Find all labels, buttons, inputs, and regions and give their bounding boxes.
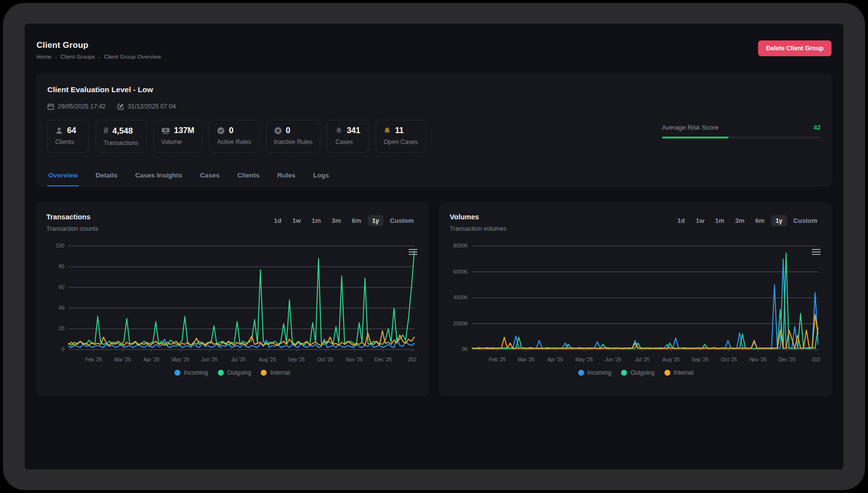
svg-text:0: 0 <box>62 347 65 352</box>
range-6m[interactable]: 6m <box>347 215 366 226</box>
breadcrumb-separator: - <box>99 54 101 60</box>
range-1d[interactable]: 1d <box>270 215 286 226</box>
legend-label-incoming: Incoming <box>588 369 612 376</box>
transactions-chart-card: Transactions Transaction counts 1d 1w 1m… <box>35 202 429 396</box>
updated-date: 31/12/2025 07:04 <box>117 103 175 110</box>
range-1d[interactable]: 1d <box>673 215 689 226</box>
chart-menu-icon[interactable] <box>409 247 417 256</box>
range-6m[interactable]: 6m <box>751 215 769 226</box>
breadcrumb-client-groups[interactable]: Client Groups <box>61 54 95 60</box>
stat-value: 0 <box>229 126 233 135</box>
svg-text:May '25: May '25 <box>575 357 593 362</box>
legend-label-outgoing: Outgoing <box>227 369 251 376</box>
range-custom[interactable]: Custom <box>789 215 822 226</box>
chart-legend: Incoming Outgoing Internal <box>46 369 418 376</box>
stat-value: 4,548 <box>112 126 133 136</box>
created-date: 29/05/2025 17:42 <box>47 103 105 110</box>
average-risk-score: Average Risk Score 42 <box>662 124 821 139</box>
transactions-chart: 020406080100Feb '25Mar '25Apr '25May '25… <box>46 242 418 366</box>
range-1w[interactable]: 1w <box>691 215 708 226</box>
updated-date-text: 31/12/2025 07:04 <box>128 103 175 110</box>
charts-row: Transactions Transaction counts 1d 1w 1m… <box>35 202 833 396</box>
risk-score-label: Average Risk Score <box>662 124 719 131</box>
legend-label-internal: Internal <box>270 369 290 376</box>
outer-frame: Client Group Home - Client Groups - Clie… <box>3 3 865 490</box>
svg-text:Nov '25: Nov '25 <box>346 357 363 362</box>
summary-card: Client Evaluation Level - Low 29/05/2025… <box>35 73 833 186</box>
svg-text:Aug '25: Aug '25 <box>662 357 680 362</box>
svg-text:20: 20 <box>59 326 65 331</box>
breadcrumb-separator: - <box>55 54 57 60</box>
range-custom[interactable]: Custom <box>385 215 418 226</box>
svg-text:Jul '25: Jul '25 <box>231 357 246 362</box>
stat-value: 0 <box>286 126 290 135</box>
tab-cases[interactable]: Cases <box>199 167 221 186</box>
stat-value: 11 <box>395 126 403 135</box>
svg-text:8000K: 8000K <box>453 243 468 248</box>
tab-rules[interactable]: Rules <box>276 167 296 186</box>
svg-text:202: 202 <box>811 357 820 362</box>
range-selector: 1d 1w 1m 3m 6m 1y Custom <box>270 215 418 226</box>
tab-details[interactable]: Details <box>95 167 118 186</box>
range-1m[interactable]: 1m <box>307 215 325 226</box>
chart-subtitle: Transaction volumes <box>450 225 507 232</box>
risk-score-value: 42 <box>814 124 821 131</box>
range-3m[interactable]: 3m <box>731 215 749 226</box>
tab-clients[interactable]: Clients <box>236 167 260 186</box>
stat-transactions: # 4,548 Transactions <box>96 120 146 153</box>
volumes-chart: 0K2000K4000K6000K8000KFeb '25Mar '25Apr … <box>450 242 822 366</box>
svg-text:2000K: 2000K <box>453 321 468 326</box>
svg-text:40: 40 <box>59 305 65 311</box>
range-1w[interactable]: 1w <box>288 215 305 226</box>
chart-menu-icon[interactable] <box>812 247 821 256</box>
x-circle-icon <box>274 127 282 135</box>
delete-client-group-button[interactable]: Delete Client Group <box>758 40 832 56</box>
dates-row: 29/05/2025 17:42 31/12/2025 07:04 <box>47 103 821 110</box>
svg-text:6000K: 6000K <box>453 269 468 275</box>
legend-dot-outgoing <box>621 370 627 376</box>
range-1m[interactable]: 1m <box>711 215 729 226</box>
svg-text:Apr '25: Apr '25 <box>143 357 160 362</box>
stat-label: Volume <box>161 139 194 145</box>
user-icon <box>55 127 63 135</box>
range-1y[interactable]: 1y <box>368 215 383 226</box>
stat-inactive-rules: 0 Inactive Rules <box>266 120 321 153</box>
breadcrumb-client-group-overview: Client Group Overview <box>104 54 161 60</box>
svg-text:80: 80 <box>59 264 65 269</box>
svg-text:Mar '25: Mar '25 <box>114 357 131 362</box>
stat-label: Transactions <box>104 140 139 146</box>
svg-text:Oct '25: Oct '25 <box>317 357 334 362</box>
range-selector: 1d 1w 1m 3m 6m 1y Custom <box>673 215 822 226</box>
risk-score-fill <box>662 137 729 139</box>
tab-cases-insights[interactable]: Cases Insights <box>134 167 183 186</box>
breadcrumb-home[interactable]: Home <box>36 54 52 60</box>
svg-text:Jun '25: Jun '25 <box>605 357 621 362</box>
range-1y[interactable]: 1y <box>771 215 787 226</box>
svg-text:0K: 0K <box>461 347 468 352</box>
stat-volume: 137M Volume <box>153 120 202 153</box>
banknote-icon <box>161 127 170 135</box>
created-date-text: 29/05/2025 17:42 <box>58 103 105 110</box>
stat-label: Active Rules <box>217 139 251 145</box>
svg-text:Sep '25: Sep '25 <box>691 357 708 362</box>
breadcrumb: Home - Client Groups - Client Group Over… <box>36 54 161 60</box>
legend-label-incoming: Incoming <box>184 369 208 376</box>
edit-icon <box>117 103 124 110</box>
legend-label-internal: Internal <box>674 369 694 376</box>
legend-dot-incoming <box>578 370 584 376</box>
svg-text:Dec '25: Dec '25 <box>375 357 392 362</box>
stat-clients: 64 Clients <box>47 120 89 153</box>
svg-text:Sep '25: Sep '25 <box>288 357 305 362</box>
svg-text:Jun '25: Jun '25 <box>201 357 217 362</box>
bell-icon <box>335 127 343 135</box>
tab-overview[interactable]: Overview <box>47 167 79 186</box>
chart-title: Transactions <box>46 213 98 221</box>
page-header-left: Client Group Home - Client Groups - Clie… <box>36 40 161 60</box>
tab-logs[interactable]: Logs <box>312 167 330 186</box>
evaluation-level-title: Client Evaluation Level - Low <box>47 85 821 94</box>
chart-title: Volumes <box>450 213 507 221</box>
range-3m[interactable]: 3m <box>327 215 346 226</box>
svg-text:Feb '25: Feb '25 <box>488 357 505 362</box>
stat-label: Open Cases <box>383 139 417 145</box>
stats-tiles: 64 Clients # 4,548 Transactions <box>47 120 426 153</box>
